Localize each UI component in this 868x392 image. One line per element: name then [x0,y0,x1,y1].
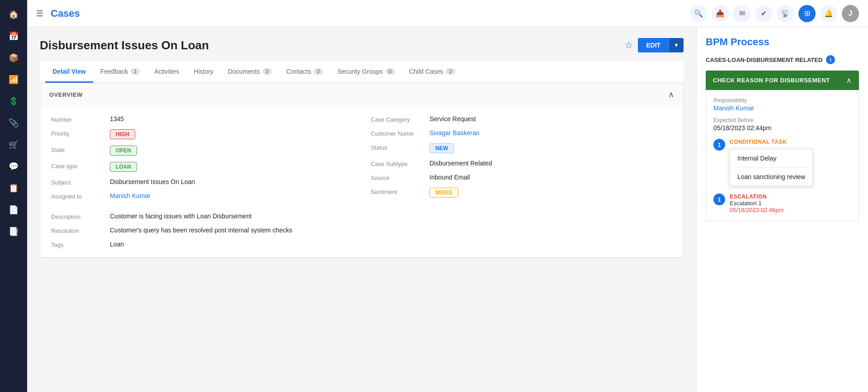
tags-label: Tags [51,241,110,248]
overview-header: OVERVIEW ∧ [40,83,683,106]
bpm-subtitle: CASES-LOAN-DISBURSEMENT RELATED i [706,55,859,64]
escalation-label: ESCALATION [730,194,783,200]
tab-activities[interactable]: Activities [147,61,186,83]
avatar-button[interactable]: J [842,5,859,22]
edit-button-group: EDIT ▼ [638,38,684,52]
case-subtype-value: Disbursement Related [429,160,492,167]
sidebar-item-list[interactable]: 📋 [5,179,23,197]
tab-security-groups[interactable]: Security Groups 0 [330,61,402,83]
escalation-row: 1 ESCALATION Escalation 1 05/18/2023 02:… [713,194,851,213]
content-area: Disbursement Issues On Loan ☆ EDIT ▼ Det… [27,27,868,392]
edit-dropdown-arrow[interactable]: ▼ [669,38,684,52]
conditional-task-dropdown: Internal Delay Loan sanctioning review [730,149,813,186]
dropdown-item-internal-delay[interactable]: Internal Delay [730,149,812,168]
field-case-type: Case type LOAN [51,162,353,172]
grid-button[interactable]: ⊞ [798,5,816,22]
description-value: Customer is facing issues with Loan Disb… [110,213,252,220]
sentiment-label: Sentiment [371,188,429,195]
case-category-value: Service Request [429,115,476,123]
field-sentiment: Sentiment MIXED [371,188,672,198]
overview-title: OVERVIEW [49,91,83,98]
tabs: Detail View Feedback 1 Activities Histor… [40,61,684,83]
child-cases-badge: 2 [446,68,455,75]
collapse-button[interactable]: ∧ [668,90,674,99]
field-case-subtype: Case Subtype Disbursement Related [371,160,672,167]
status-badge: NEW [429,143,454,153]
hamburger-icon[interactable]: ☰ [36,9,43,19]
case-subtype-label: Case Subtype [371,160,429,167]
field-case-category: Case Category Service Request [371,115,672,123]
conditional-task-badge: 1 [713,139,725,151]
tab-history[interactable]: History [187,61,221,83]
state-badge: OPEN [110,146,137,156]
number-label: Number [51,115,110,123]
dropdown-item-loan-sanctioning[interactable]: Loan sanctioning review [730,168,812,186]
sidebar-item-attachments[interactable]: 📎 [5,114,23,132]
header-icons: 🔍 📥 ✉ ✔ 📡 ⊞ 🔔 J [690,5,859,22]
sidebar-item-cart[interactable]: 🛒 [5,136,23,154]
field-customer-name: Customer Name Sivagar Baskeran [371,129,672,137]
status-label: Status [371,143,429,151]
search-button[interactable]: 🔍 [690,5,707,22]
resolution-value: Customer's query has been resolved post … [110,227,292,234]
contacts-badge: 2 [314,68,323,75]
field-status: Status NEW [371,143,672,153]
tab-contacts[interactable]: Contacts 2 [279,61,330,83]
source-label: Source [371,174,429,181]
responsibility-value: Manish Kumar [713,104,851,112]
expected-before-value: 05/18/2023 02:44pm [713,124,851,132]
field-state: State OPEN [51,146,353,156]
check-reason-section: CHECK REASON FOR DISBURSEMENT ∧ Responsi… [706,71,859,221]
customer-name-label: Customer Name [371,129,429,137]
rss-button[interactable]: 📡 [777,5,794,22]
sidebar-item-feed[interactable]: 📶 [5,71,23,89]
field-assigned-to: Assigned to Manish Kumar [51,192,353,200]
bpm-title: BPM Process [706,36,859,48]
check-reason-collapse[interactable]: ∧ [846,76,852,85]
tab-feedback[interactable]: Feedback 1 [93,61,147,83]
case-header-actions: ☆ EDIT ▼ [624,38,684,52]
case-category-label: Case Category [371,115,429,123]
sidebar-item-reports[interactable]: 📑 [5,222,23,241]
sidebar-item-finance[interactable]: 💲 [5,92,23,110]
bpm-info-icon[interactable]: i [826,55,835,64]
left-fields: Number 1345 Priority HIGH State OPEN [51,115,353,206]
mail-button[interactable]: ✉ [733,5,750,22]
bell-button[interactable]: 🔔 [820,5,837,22]
sidebar-item-home[interactable]: 🏠 [5,5,23,24]
tab-detail-view[interactable]: Detail View [45,61,93,83]
case-title: Disbursement Issues On Loan [40,38,209,52]
field-priority: Priority HIGH [51,129,353,139]
top-header: ☰ Cases 🔍 📥 ✉ ✔ 📡 ⊞ 🔔 J [27,0,868,27]
field-subject: Subject Disbursement Issues On Loan [51,178,353,186]
resolution-label: Resolution [51,227,110,234]
sidebar-item-cases[interactable]: 📦 [5,49,23,67]
right-fields: Case Category Service Request Customer N… [371,115,672,206]
description-label: Description [51,213,110,220]
case-type-label: Case type [51,162,110,170]
overview-body: Number 1345 Priority HIGH State OPEN [40,106,683,257]
state-label: State [51,146,110,153]
edit-button[interactable]: EDIT [638,38,669,52]
tab-documents[interactable]: Documents 2 [221,61,279,83]
priority-badge: HIGH [110,129,135,139]
sidebar-item-docs[interactable]: 📄 [5,201,23,219]
escalation-time: 05/18/2023 02:46pm [730,207,783,213]
security-groups-badge: 0 [386,68,395,75]
tab-child-cases[interactable]: Child Cases 2 [402,61,462,83]
customer-name-value[interactable]: Sivagar Baskeran [429,129,480,137]
tags-value: Loan [110,241,124,248]
escalation-badge: 1 [713,194,725,205]
case-header: Disbursement Issues On Loan ☆ EDIT ▼ [40,38,684,52]
sidebar-item-calendar[interactable]: 📅 [5,27,23,45]
star-button[interactable]: ☆ [624,39,633,51]
check-button[interactable]: ✔ [755,5,772,22]
case-main: Disbursement Issues On Loan ☆ EDIT ▼ Det… [27,27,696,392]
fields-grid: Number 1345 Priority HIGH State OPEN [51,115,672,206]
sidebar-item-chat[interactable]: 💬 [5,157,23,175]
feedback-badge: 1 [131,68,140,75]
inbox-button[interactable]: 📥 [712,5,729,22]
assigned-to-value[interactable]: Manish Kumar [110,192,151,199]
responsibility-label: Responsibility [713,97,851,104]
source-value: Inbound Email [429,174,470,181]
